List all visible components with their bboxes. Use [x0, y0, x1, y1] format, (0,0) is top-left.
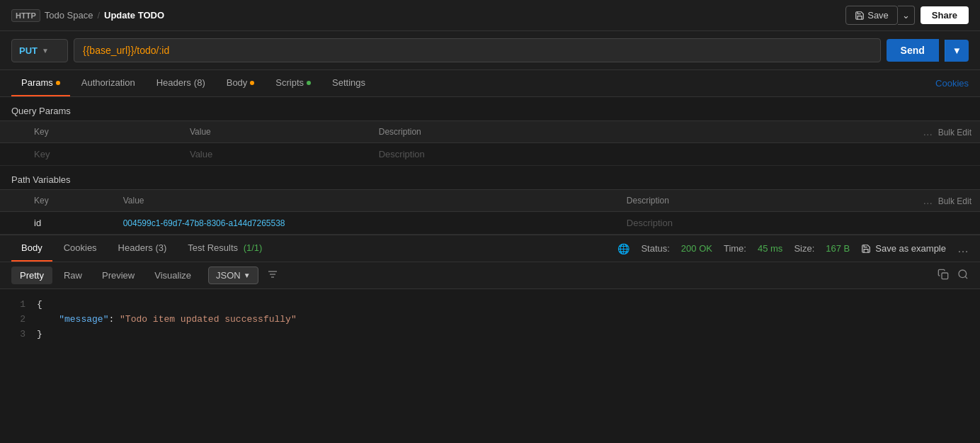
filter-icon	[267, 269, 278, 280]
save-as-example-label: Save as example	[875, 243, 946, 254]
format-tab-visualize[interactable]: Visualize	[146, 267, 200, 284]
query-desc-header: Description	[370, 121, 669, 143]
tab-settings-label: Settings	[332, 77, 365, 88]
response-tab-test-results[interactable]: Test Results (1/1)	[178, 235, 272, 262]
copy-button[interactable]	[938, 269, 949, 283]
tab-body[interactable]: Body	[217, 70, 265, 96]
format-chevron-icon: ▼	[244, 271, 251, 279]
response-more-options-button[interactable]: …	[957, 242, 969, 255]
save-dropdown-button[interactable]: ⌄	[898, 6, 915, 25]
search-button[interactable]	[957, 269, 969, 283]
status-value: 200 OK	[681, 243, 712, 254]
code-line-3: 3 }	[11, 327, 969, 342]
response-status-bar: 🌐 Status: 200 OK Time: 45 ms Size: 167 B…	[617, 242, 969, 255]
breadcrumb-title: Update TODO	[104, 10, 164, 21]
top-bar-actions: Save ⌄ Share	[845, 6, 969, 25]
request-tabs: Params Authorization Headers (8) Body Sc…	[11, 70, 375, 96]
svg-rect-3	[942, 273, 948, 279]
path-variables-section: Path Variables Key Value Description … B…	[0, 166, 980, 235]
query-params-title: Query Params	[0, 97, 980, 120]
response-tab-headers[interactable]: Headers (3)	[108, 235, 177, 262]
format-tab-pretty[interactable]: Pretty	[11, 267, 52, 284]
response-code-area: 1 { 2 "message": "Todo item updated succ…	[0, 289, 980, 350]
tab-params[interactable]: Params	[11, 70, 70, 96]
test-results-count: (1/1)	[244, 242, 263, 253]
tab-params-label: Params	[21, 77, 53, 88]
query-value-header: Value	[181, 121, 370, 143]
line-number: 2	[11, 313, 25, 327]
tab-cookies[interactable]: Cookies	[935, 71, 969, 96]
save-as-example-icon	[861, 244, 871, 254]
code-string: "Todo item updated successfully"	[120, 314, 297, 325]
search-icon	[957, 269, 969, 280]
svg-line-5	[965, 276, 967, 279]
tab-settings[interactable]: Settings	[322, 70, 375, 96]
tab-authorization-label: Authorization	[81, 77, 135, 88]
filter-icon-button[interactable]	[267, 269, 278, 283]
line-number: 1	[11, 298, 25, 313]
tab-headers-count: (8)	[194, 77, 205, 88]
format-type-dropdown[interactable]: JSON ▼	[208, 267, 258, 284]
table-row: Key Value Description	[0, 143, 980, 166]
more-icon: …	[923, 195, 933, 206]
top-bar: HTTP Todo Space / Update TODO Save ⌄ Sha…	[0, 0, 980, 31]
query-key-header: Key	[25, 121, 181, 143]
save-icon	[855, 11, 865, 21]
save-as-example-button[interactable]: Save as example	[861, 243, 946, 254]
query-value-input[interactable]: Value	[181, 143, 370, 166]
path-desc-header: Description	[618, 190, 795, 212]
breadcrumb-separator: /	[97, 10, 100, 21]
body-dot	[250, 81, 254, 85]
response-tab-body[interactable]: Body	[11, 235, 52, 262]
http-badge: HTTP	[11, 9, 40, 22]
line-number: 3	[11, 327, 25, 342]
breadcrumb-space: Todo Space	[45, 10, 93, 21]
response-tab-cookies[interactable]: Cookies	[54, 235, 107, 262]
share-button[interactable]: Share	[921, 6, 969, 24]
path-row-description[interactable]: Description	[618, 212, 795, 235]
send-dropdown-button[interactable]: ▼	[945, 40, 969, 62]
url-input[interactable]	[74, 38, 881, 62]
response-tabs-bar: Body Cookies Headers (3) Test Results (1…	[0, 235, 980, 262]
method-dropdown[interactable]: PUT ▼	[11, 39, 68, 62]
method-chevron-icon: ▼	[42, 47, 49, 55]
size-label: Size:	[794, 243, 814, 254]
format-tabs: Pretty Raw Preview Visualize JSON ▼	[11, 267, 278, 284]
query-bulk-edit-button[interactable]: Bulk Edit	[938, 128, 972, 138]
table-row: id 004599c1-69d7-47b8-8306-a144d7265538 …	[0, 212, 980, 235]
format-actions	[938, 269, 969, 283]
query-params-section: Query Params Key Value Description … Bul…	[0, 97, 980, 166]
tab-scripts[interactable]: Scripts	[266, 70, 321, 96]
globe-icon: 🌐	[617, 243, 629, 254]
copy-icon	[938, 269, 949, 280]
query-params-table: Key Value Description … Bulk Edit Key Va…	[0, 120, 980, 166]
send-button[interactable]: Send	[887, 39, 939, 62]
path-row-value[interactable]: 004599c1-69d7-47b8-8306-a144d7265538	[115, 212, 618, 235]
code-key: "message"	[59, 314, 108, 325]
test-results-label: Test Results	[188, 242, 238, 253]
url-bar: PUT ▼ Send ▼	[0, 31, 980, 70]
tab-body-label: Body	[227, 77, 248, 88]
path-bulk-edit-button[interactable]: Bulk Edit	[938, 196, 972, 206]
more-icon: …	[923, 126, 933, 138]
format-type-label: JSON	[216, 270, 241, 281]
path-variables-table: Key Value Description … Bulk Edit id 004…	[0, 189, 980, 235]
code-line-1: 1 {	[11, 298, 969, 313]
tab-headers[interactable]: Headers (8)	[147, 70, 215, 96]
query-key-input[interactable]: Key	[25, 143, 181, 166]
tab-authorization[interactable]: Authorization	[72, 70, 145, 96]
tab-scripts-label: Scripts	[275, 77, 304, 88]
code-content: {	[37, 298, 42, 313]
response-headers-count: (3)	[155, 242, 166, 253]
size-value: 167 B	[826, 243, 850, 254]
format-tab-raw[interactable]: Raw	[55, 267, 91, 284]
save-label: Save	[867, 10, 889, 21]
response-tabs: Body Cookies Headers (3) Test Results (1…	[11, 235, 272, 262]
path-value-header: Value	[115, 190, 618, 212]
format-tab-preview[interactable]: Preview	[93, 267, 143, 284]
tab-headers-label: Headers	[156, 77, 191, 88]
query-desc-input[interactable]: Description	[370, 143, 669, 166]
code-indent: "message": "Todo item updated successful…	[37, 313, 297, 327]
breadcrumb: HTTP Todo Space / Update TODO	[11, 9, 164, 22]
save-button[interactable]: Save	[845, 6, 898, 25]
